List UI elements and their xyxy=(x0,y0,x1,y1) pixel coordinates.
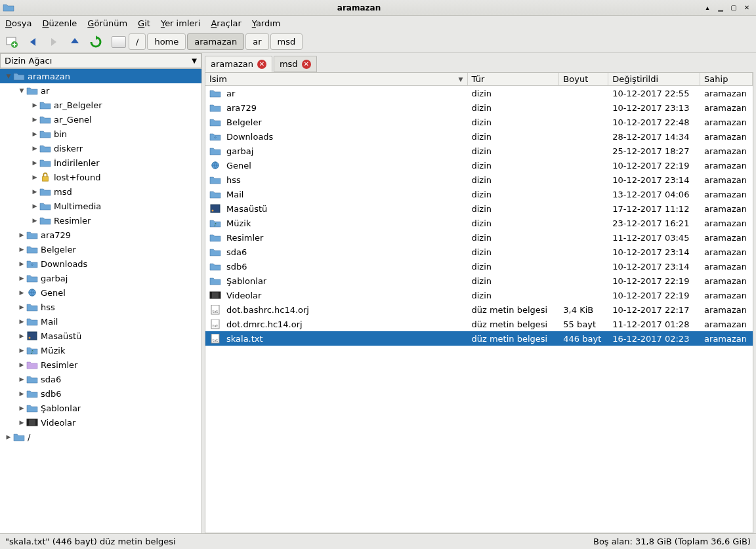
tree-node[interactable]: ▶garbaj xyxy=(0,271,201,285)
menu-view[interactable]: Görünüm xyxy=(87,18,127,28)
tab[interactable]: aramazan✕ xyxy=(205,56,272,72)
file-row[interactable]: txtdot.dmrc.hc14.orjdüz metin belgesi55 … xyxy=(205,317,753,331)
expander-icon[interactable]: ▶ xyxy=(17,246,26,253)
file-row[interactable]: ♪Müzikdizin23-12-2017 16:21aramazan xyxy=(205,216,753,230)
column-modified[interactable]: Değiştirildi xyxy=(608,73,700,85)
tree-node[interactable]: ▶Şablonlar xyxy=(0,401,201,415)
expander-icon[interactable]: ▶ xyxy=(30,159,39,166)
tree-node[interactable]: ▶ara729 xyxy=(0,228,201,242)
column-size[interactable]: Boyut xyxy=(559,73,608,85)
forward-button[interactable] xyxy=(46,34,62,50)
expander-icon[interactable]: ▶ xyxy=(17,318,26,325)
expander-icon[interactable]: ▶ xyxy=(17,361,26,368)
menu-go[interactable]: Git xyxy=(138,18,150,28)
expander-icon[interactable]: ▼ xyxy=(4,73,13,79)
expander-icon[interactable]: ▶ xyxy=(17,419,26,426)
expander-icon[interactable]: ▶ xyxy=(17,390,26,397)
file-row[interactable]: Belgelerdizin10-12-2017 22:48aramazan xyxy=(205,115,753,129)
expander-icon[interactable]: ▶ xyxy=(30,203,39,209)
tree-node[interactable]: ▶msd xyxy=(0,184,201,199)
maximize-button[interactable]: ▢ xyxy=(727,3,740,13)
column-type[interactable]: Tür xyxy=(468,73,560,85)
file-row[interactable]: Maildizin13-12-2017 04:06aramazan xyxy=(205,187,753,201)
tree-node[interactable]: ▶ar_Genel xyxy=(0,112,201,127)
column-owner[interactable]: Sahip xyxy=(700,73,753,85)
expander-icon[interactable]: ▶ xyxy=(30,116,39,123)
tree-node[interactable]: ▶sdb6 xyxy=(0,386,201,401)
expander-icon[interactable]: ▶ xyxy=(30,145,39,152)
tree-node[interactable]: ▶Videolar xyxy=(0,415,201,430)
file-row[interactable]: Videolardizin10-12-2017 22:19aramazan xyxy=(205,288,753,302)
crumb-msd[interactable]: msd xyxy=(270,33,303,50)
expander-icon[interactable]: ▶ xyxy=(17,304,26,310)
directory-tree[interactable]: ▼aramazan▼ar▶ar_Belgeler▶ar_Genel▶bin▶di… xyxy=(0,68,201,533)
tree-node[interactable]: ▶ar_Belgeler xyxy=(0,98,201,112)
tree-node[interactable]: ▼ar xyxy=(0,83,201,98)
crumb-home[interactable]: home xyxy=(147,33,186,50)
expander-icon[interactable]: ▶ xyxy=(30,102,39,108)
file-rows[interactable]: ardizin10-12-2017 22:55aramazanara729diz… xyxy=(205,86,753,533)
tree-node[interactable]: ▶Masaüstü xyxy=(0,329,201,343)
reload-button[interactable] xyxy=(88,34,104,50)
tree-node[interactable]: ▶sda6 xyxy=(0,372,201,386)
crumb-aramazan[interactable]: aramazan xyxy=(187,33,244,50)
tree-node[interactable]: ▶Downloads xyxy=(0,256,201,271)
tab-close-icon[interactable]: ✕ xyxy=(257,60,266,69)
close-button[interactable]: ✕ xyxy=(740,3,753,13)
sidebar-mode-selector[interactable]: Dizin Ağacı ▼ xyxy=(0,53,201,68)
tree-node[interactable]: ▶Multimedia xyxy=(0,199,201,213)
rollup-button[interactable]: ▴ xyxy=(701,3,714,13)
expander-icon[interactable]: ▶ xyxy=(17,405,26,411)
file-row[interactable]: ara729dizin10-12-2017 23:13aramazan xyxy=(205,100,753,115)
file-row[interactable]: Masaüstüdizin17-12-2017 11:12aramazan xyxy=(205,201,753,216)
file-row[interactable]: txtdot.bashrc.hc14.orjdüz metin belgesi3… xyxy=(205,302,753,317)
menu-help[interactable]: Yardım xyxy=(252,18,281,28)
tab-close-icon[interactable]: ✕ xyxy=(302,60,311,69)
expander-icon[interactable]: ▶ xyxy=(17,289,26,296)
tree-node[interactable]: ▶/ xyxy=(0,430,201,444)
tree-node[interactable]: ▶Belgeler xyxy=(0,242,201,256)
expander-icon[interactable]: ▶ xyxy=(4,434,13,440)
tree-node[interactable]: ▶bin xyxy=(0,127,201,141)
file-row[interactable]: sda6dizin10-12-2017 23:14aramazan xyxy=(205,245,753,259)
expander-icon[interactable]: ▶ xyxy=(30,217,39,224)
tree-node[interactable]: ▶♪Müzik xyxy=(0,343,201,357)
file-row[interactable]: Geneldizin10-12-2017 22:19aramazan xyxy=(205,158,753,173)
file-row[interactable]: Downloadsdizin28-12-2017 14:34aramazan xyxy=(205,129,753,144)
file-row[interactable]: sdb6dizin10-12-2017 23:14aramazan xyxy=(205,259,753,274)
new-tab-button[interactable] xyxy=(4,34,20,50)
disk-icon[interactable] xyxy=(112,36,126,48)
expander-icon[interactable]: ▶ xyxy=(30,174,39,180)
expander-icon[interactable]: ▶ xyxy=(17,260,26,267)
expander-icon[interactable]: ▶ xyxy=(17,347,26,354)
tree-node[interactable]: ▶lost+found xyxy=(0,170,201,184)
column-name[interactable]: İsim▼ xyxy=(205,73,468,85)
tree-node[interactable]: ▼aramazan xyxy=(0,69,201,83)
tree-node[interactable]: ▶Resimler xyxy=(0,357,201,372)
up-button[interactable] xyxy=(67,34,83,50)
menu-file[interactable]: Dosya xyxy=(5,18,32,28)
file-row[interactable]: hssdizin10-12-2017 23:14aramazan xyxy=(205,173,753,187)
back-button[interactable] xyxy=(25,34,41,50)
menu-bookmarks[interactable]: Yer imleri xyxy=(161,18,201,28)
menu-tools[interactable]: Araçlar xyxy=(211,18,241,28)
file-row[interactable]: Şablonlardizin10-12-2017 22:19aramazan xyxy=(205,274,753,288)
tree-node[interactable]: ▶diskerr xyxy=(0,141,201,155)
file-row[interactable]: txtskala.txtdüz metin belgesi446 bayt16-… xyxy=(205,331,753,346)
minimize-button[interactable]: ▁ xyxy=(714,3,727,13)
file-row[interactable]: ardizin10-12-2017 22:55aramazan xyxy=(205,86,753,100)
crumb-root[interactable]: / xyxy=(129,33,146,50)
expander-icon[interactable]: ▶ xyxy=(30,188,39,195)
tree-node[interactable]: ▶İndirilenler xyxy=(0,155,201,170)
expander-icon[interactable]: ▶ xyxy=(17,275,26,281)
expander-icon[interactable]: ▶ xyxy=(17,232,26,238)
crumb-ar[interactable]: ar xyxy=(245,33,268,50)
expander-icon[interactable]: ▼ xyxy=(17,87,26,94)
expander-icon[interactable]: ▶ xyxy=(17,376,26,382)
tree-node[interactable]: ▶hss xyxy=(0,300,201,314)
tab[interactable]: msd✕ xyxy=(274,56,317,72)
expander-icon[interactable]: ▶ xyxy=(30,131,39,137)
file-row[interactable]: Resimlerdizin11-12-2017 03:45aramazan xyxy=(205,230,753,245)
tree-node[interactable]: ▶Resimler xyxy=(0,213,201,228)
file-row[interactable]: garbajdizin25-12-2017 18:27aramazan xyxy=(205,144,753,158)
